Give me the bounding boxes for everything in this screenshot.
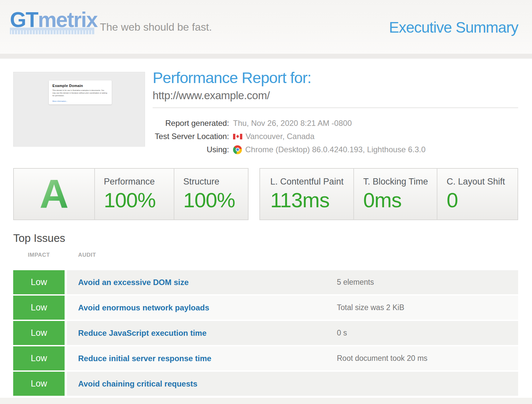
impact-badge: Low (13, 296, 65, 320)
page-header: GTmetrix The web should be fast. Executi… (0, 0, 532, 54)
audit-link[interactable]: Avoid enormous network payloads (78, 303, 337, 312)
impact-badge: Low (13, 321, 65, 345)
lcp-cell: L. Contentful Paint 113ms (260, 169, 353, 219)
gtmetrix-grade: A (40, 174, 69, 214)
web-vitals-box: L. Contentful Paint 113ms T. Blocking Ti… (259, 168, 518, 220)
issue-row-body: Reduce JavaScript execution time 0 s (67, 321, 518, 345)
thumbnail-body-text: This domain is for use in illustrative e… (52, 89, 108, 97)
report-main: Example Domain This domain is for use in… (0, 59, 532, 404)
audit-link[interactable]: Reduce JavaScript execution time (78, 329, 337, 338)
thumbnail-page-card: Example Domain This domain is for use in… (49, 80, 112, 104)
impact-badge: Low (13, 346, 65, 370)
lcp-label: L. Contentful Paint (270, 177, 353, 187)
table-row: Low Reduce JavaScript execution time 0 s (13, 321, 518, 345)
impact-column-header: IMPACT (13, 252, 65, 258)
report-url: http://www.example.com/ (153, 89, 518, 102)
performance-score-value: 100% (104, 190, 174, 211)
grade-cell: A (14, 169, 94, 219)
audit-detail: Total size was 2 KiB (337, 303, 404, 312)
logo-metrix: metrix (38, 8, 97, 32)
audit-detail: Root document took 20 ms (337, 354, 428, 363)
report-generated-value: Thu, Nov 26, 2020 8:21 AM -0800 (233, 119, 352, 128)
table-row: Low Reduce initial server response time … (13, 346, 518, 370)
issue-row-body: Avoid an excessive DOM size 5 elements (67, 270, 518, 294)
test-server-location-row: Test Server Location: Vancouver, Canada (153, 130, 518, 143)
using-label: Using: (153, 145, 229, 154)
performance-score-label: Performance (104, 177, 174, 187)
tbt-label: T. Blocking Time (363, 177, 437, 187)
table-row: Low Avoid an excessive DOM size 5 elemen… (13, 270, 518, 294)
report-divider (153, 107, 518, 108)
issue-row-body: Avoid chaining critical requests (67, 372, 518, 396)
cls-cell: C. Layout Shift 0 (437, 169, 517, 219)
thumbnail-heading: Example Domain (52, 84, 108, 88)
impact-badge: Low (13, 372, 65, 396)
report-generated-label: Report generated: (153, 119, 229, 128)
audit-detail: 5 elements (337, 278, 374, 287)
report-generated-row: Report generated: Thu, Nov 26, 2020 8:21… (153, 117, 518, 130)
impact-badge: Low (13, 270, 65, 294)
test-server-location-label: Test Server Location: (153, 132, 229, 141)
logo-gt: GT (10, 8, 38, 32)
header-divider-strip (0, 54, 532, 59)
canada-flag-icon (233, 134, 242, 139)
grade-box: A Performance 100% Structure 100% (13, 168, 249, 220)
report-info: Performance Report for: http://www.examp… (153, 69, 518, 156)
tbt-cell: T. Blocking Time 0ms (353, 169, 437, 219)
tbt-value: 0ms (363, 190, 437, 211)
audit-detail: 0 s (337, 329, 347, 337)
top-issues-column-headers: IMPACT AUDIT (13, 252, 96, 258)
top-issues-table: Low Avoid an excessive DOM size 5 elemen… (13, 270, 518, 397)
using-value: Chrome (Desktop) 86.0.4240.193, Lighthou… (233, 145, 426, 154)
audit-column-header: AUDIT (78, 252, 96, 258)
page-title: Executive Summary (389, 18, 518, 36)
using-row: Using: Chrome (Desktop) 86.0.4240.193, L… (153, 143, 518, 156)
report-title: Performance Report for: (153, 69, 518, 87)
table-row: Low Avoid chaining critical requests (13, 372, 518, 396)
gtmetrix-logo[interactable]: GTmetrix (10, 9, 97, 34)
test-server-location-text: Vancouver, Canada (246, 132, 314, 141)
issue-row-body: Avoid enormous network payloads Total si… (67, 296, 518, 320)
structure-score-cell: Structure 100% (174, 169, 248, 219)
structure-score-value: 100% (183, 190, 248, 211)
lcp-value: 113ms (270, 190, 353, 211)
footer-band (0, 398, 532, 404)
thumbnail-more-info-link: More information... (52, 100, 68, 102)
cls-value: 0 (447, 190, 517, 211)
structure-score-label: Structure (183, 177, 248, 187)
audit-link[interactable]: Avoid chaining critical requests (78, 379, 337, 389)
table-row: Low Avoid enormous network payloads Tota… (13, 296, 518, 320)
issue-row-body: Reduce initial server response time Root… (67, 346, 518, 370)
using-text: Chrome (Desktop) 86.0.4240.193, Lighthou… (245, 145, 426, 154)
audit-link[interactable]: Reduce initial server response time (78, 354, 337, 363)
gtmetrix-logo-text: GTmetrix (10, 9, 97, 30)
cls-label: C. Layout Shift (447, 177, 517, 187)
site-thumbnail: Example Domain This domain is for use in… (13, 72, 145, 147)
chrome-icon (233, 145, 242, 154)
top-issues-heading: Top Issues (13, 232, 65, 245)
report-meta: Report generated: Thu, Nov 26, 2020 8:21… (153, 117, 518, 156)
scores-row: A Performance 100% Structure 100% L. Con… (13, 168, 518, 220)
tagline: The web should be fast. (100, 21, 212, 33)
audit-link[interactable]: Avoid an excessive DOM size (78, 278, 337, 287)
performance-score-cell: Performance 100% (94, 169, 174, 219)
test-server-location-value: Vancouver, Canada (233, 132, 314, 141)
